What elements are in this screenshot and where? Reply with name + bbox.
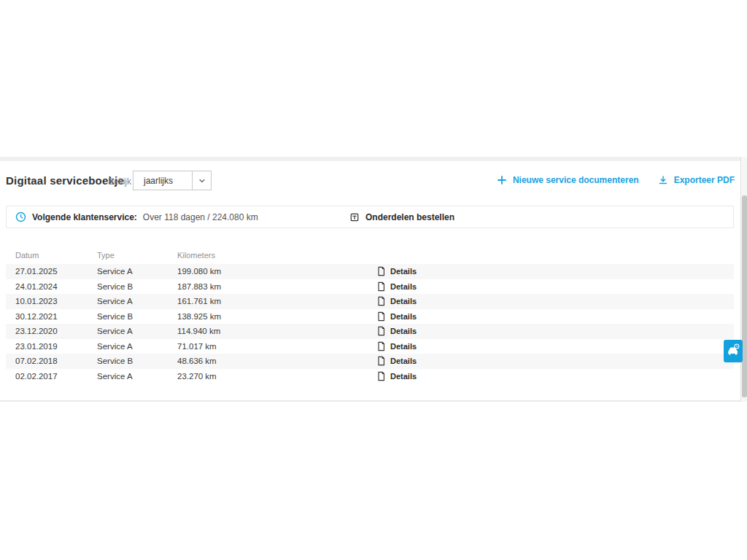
document-icon: [376, 341, 386, 351]
details-button[interactable]: Details: [376, 341, 417, 351]
document-icon: [376, 326, 386, 336]
cell-kilometers: 23.270 km: [177, 372, 376, 381]
details-label: Details: [390, 297, 417, 306]
details-label: Details: [390, 312, 417, 321]
cell-datum: 23.12.2020: [15, 327, 97, 335]
clock-icon: [15, 211, 26, 222]
view-dropdown[interactable]: jaarlijks: [133, 171, 212, 190]
toolbar-actions: Nieuwe service documenteren Exporteer PD…: [497, 175, 735, 185]
export-pdf-button[interactable]: Exporteer PDF: [658, 175, 735, 185]
cell-datum: 23.01.2019: [15, 342, 97, 351]
cell-datum: 10.01.2023: [15, 297, 97, 306]
table-row: 23.12.2020 Service A 114.940 km Details: [6, 324, 734, 339]
next-service-label: Volgende klantenservice:: [32, 212, 137, 222]
document-icon: [376, 296, 386, 306]
parts-box-icon: [349, 212, 360, 222]
cell-kilometers: 187.883 km: [177, 282, 376, 291]
details-label: Details: [390, 282, 417, 291]
document-icon: [376, 266, 386, 276]
table-row: 27.01.2025 Service A 199.080 km Details: [6, 264, 734, 279]
next-service-info: Volgende klantenservice: Over 118 dagen …: [15, 206, 258, 228]
details-button[interactable]: Details: [376, 311, 417, 322]
cell-datum: 02.02.2017: [15, 372, 97, 381]
order-parts-button[interactable]: Onderdelen bestellen: [349, 206, 454, 228]
document-icon: [376, 371, 386, 381]
cell-datum: 30.12.2021: [15, 312, 97, 321]
table-row: 24.01.2024 Service B 187.883 km Details: [6, 279, 734, 295]
service-table: 27.01.2025 Service A 199.080 km Details …: [6, 264, 734, 384]
cell-type: Service A: [97, 267, 177, 276]
table-header: Datum Type Kilometers: [6, 247, 734, 262]
table-row: 02.02.2017 Service A 23.270 km Details: [6, 369, 734, 384]
details-button[interactable]: Details: [376, 266, 417, 276]
column-datum: Datum: [15, 251, 97, 260]
download-icon: [658, 175, 668, 185]
cell-kilometers: 114.940 km: [177, 327, 376, 335]
details-button[interactable]: Details: [376, 296, 417, 306]
details-label: Details: [390, 267, 417, 276]
order-parts-label: Onderdelen bestellen: [365, 212, 454, 222]
cell-type: Service A: [97, 327, 177, 335]
cell-type: Service A: [97, 297, 177, 306]
table-row: 10.01.2023 Service A 161.761 km Details: [6, 294, 734, 309]
cell-datum: 27.01.2025: [15, 267, 97, 276]
details-label: Details: [390, 372, 417, 381]
column-kilometers: Kilometers: [177, 251, 376, 260]
document-icon: [376, 281, 386, 292]
scrollbar-thumb[interactable]: [742, 195, 747, 397]
cell-kilometers: 138.925 km: [177, 312, 376, 321]
service-book-widget: Digitaal serviceboekje Bekijk jaarlijks …: [0, 157, 747, 402]
chevron-down-icon[interactable]: [192, 171, 211, 190]
cell-type: Service B: [97, 282, 177, 291]
next-service-value: Over 118 dagen / 224.080 km: [143, 212, 258, 222]
cell-kilometers: 199.080 km: [177, 267, 376, 276]
table-row: 07.02.2018 Service B 48.636 km Details: [6, 354, 734, 369]
plus-icon: [497, 175, 507, 185]
cell-datum: 24.01.2024: [15, 282, 97, 291]
column-type: Type: [97, 251, 177, 260]
view-label: Bekijk: [108, 176, 131, 187]
car-clock-icon: [727, 343, 740, 359]
document-icon: [376, 356, 386, 366]
view-dropdown-value: jaarlijks: [133, 171, 192, 190]
cell-type: Service A: [97, 342, 177, 351]
document-icon: [376, 311, 386, 322]
table-row: 30.12.2021 Service B 138.925 km Details: [6, 309, 734, 324]
table-row: 23.01.2019 Service A 71.017 km Details: [6, 339, 734, 354]
cell-type: Service A: [97, 372, 177, 381]
new-service-label: Nieuwe service documenteren: [513, 175, 639, 185]
cell-kilometers: 71.017 km: [177, 342, 376, 351]
cell-kilometers: 161.761 km: [177, 297, 376, 306]
details-button[interactable]: Details: [376, 281, 417, 292]
cell-type: Service B: [97, 357, 177, 365]
top-divider: [0, 157, 747, 161]
cell-type: Service B: [97, 312, 177, 321]
details-button[interactable]: Details: [376, 371, 417, 381]
service-history-fab-button[interactable]: [724, 340, 743, 362]
page-title: Digitaal serviceboekje: [6, 174, 124, 187]
details-label: Details: [390, 327, 417, 335]
vertical-scrollbar[interactable]: [740, 157, 747, 402]
new-service-button[interactable]: Nieuwe service documenteren: [497, 175, 639, 185]
info-bar: Volgende klantenservice: Over 118 dagen …: [6, 206, 734, 228]
cell-kilometers: 48.636 km: [177, 357, 376, 365]
export-pdf-label: Exporteer PDF: [674, 175, 735, 185]
details-label: Details: [390, 342, 417, 351]
details-button[interactable]: Details: [376, 326, 417, 336]
details-button[interactable]: Details: [376, 356, 417, 366]
details-label: Details: [390, 357, 417, 365]
cell-datum: 07.02.2018: [15, 357, 97, 365]
